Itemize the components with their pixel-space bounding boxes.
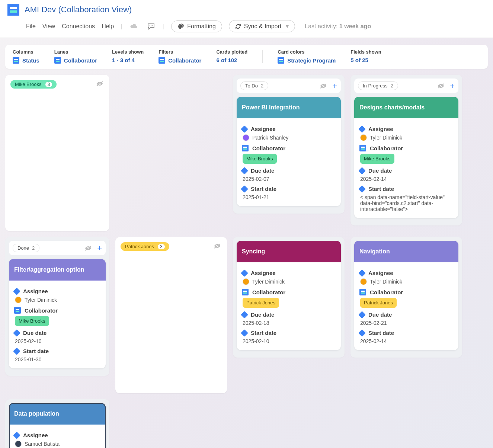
lane-count: 3 — [158, 244, 165, 249]
lane-count: 3 — [45, 82, 52, 87]
hide-icon[interactable] — [214, 243, 221, 249]
field-assignee-value: Tyler Diminick — [252, 279, 285, 285]
collaborator-icon — [14, 307, 21, 314]
column-done-header: Done 2 + — [9, 241, 106, 255]
field-due-label: Due date — [368, 167, 392, 174]
hide-icon[interactable] — [96, 81, 103, 87]
diamond-icon — [13, 432, 20, 439]
field-start-value: 2025-02-14 — [360, 338, 387, 344]
collaborator-icon — [54, 57, 61, 64]
card-power-bi-integration[interactable]: Power BI Integration Assignee Patrick Sh… — [237, 97, 341, 206]
refresh-icon — [235, 23, 241, 29]
config-bar: Columns Status Lanes Collaborator Levels… — [5, 45, 488, 69]
field-due-value: 2025-02-07 — [243, 176, 269, 182]
field-due-value: 2025-02-14 — [360, 176, 387, 182]
collaborator-chip: Mike Brooks — [360, 154, 394, 164]
lane-patrick-jones: Patrick Jones 3 — [115, 237, 227, 393]
hide-icon[interactable] — [320, 83, 327, 89]
field-collaborator-label: Collaborator — [252, 145, 285, 151]
diamond-icon — [358, 311, 366, 319]
card-title: Navigation — [354, 241, 458, 262]
card-title: Power BI Integration — [237, 97, 341, 118]
cfg-columns[interactable]: Columns Status — [13, 49, 39, 64]
diamond-icon — [358, 269, 366, 277]
field-assignee-value: Tyler Diminick — [25, 297, 57, 303]
card-title: Syncing — [237, 241, 341, 262]
cfg-filters[interactable]: Filters Collaborator — [159, 49, 201, 64]
column-todo-chip[interactable]: To Do 2 — [240, 81, 268, 90]
menu-view[interactable]: View — [42, 23, 55, 30]
lane-name: Mike Brooks — [15, 81, 42, 87]
cfg-filters-value: Collaborator — [168, 57, 201, 64]
lane-mike-brooks: Mike Brooks 3 — [5, 75, 109, 231]
card-designs-charts-modals[interactable]: Designs charts/modals AssigneeTyler Dimi… — [354, 97, 458, 218]
menu-connections[interactable]: Connections — [62, 23, 95, 30]
card-data-population[interactable]: Data population AssigneeSamuel Batista C… — [9, 403, 106, 448]
field-start-label: Start date — [368, 330, 394, 336]
field-start-label: Start date — [23, 348, 49, 354]
hide-icon[interactable] — [437, 83, 445, 89]
avatar — [360, 278, 367, 285]
field-start-label: Start date — [251, 186, 276, 192]
add-card-button[interactable]: + — [332, 82, 337, 90]
field-due-value: 2025-02-10 — [15, 338, 42, 344]
diamond-icon — [241, 167, 248, 175]
column-inprogress-label: In Progress — [363, 83, 387, 89]
lane-name: Patrick Jones — [125, 244, 154, 249]
card-title: Data population — [9, 403, 106, 425]
comments-icon[interactable] — [146, 21, 156, 32]
divider — [262, 50, 263, 63]
field-due-value: 2025-02-21 — [360, 320, 387, 326]
column-inprogress-row2: Navigation AssigneeTyler Diminick Collab… — [350, 237, 462, 358]
add-card-button[interactable]: + — [97, 244, 102, 252]
cloud-icon[interactable] — [129, 21, 139, 32]
column-done-chip[interactable]: Done 2 — [13, 244, 39, 252]
status-icon — [13, 57, 19, 64]
sync-import-button[interactable]: Sync & Import ▾ — [229, 20, 295, 32]
sync-import-label: Sync & Import — [244, 23, 281, 30]
field-assignee-value: Tyler Diminick — [370, 279, 402, 285]
column-done-label: Done — [17, 245, 29, 251]
diamond-icon — [358, 125, 366, 133]
field-due-label: Due date — [368, 311, 392, 318]
cfg-fields[interactable]: Fields shown 5 of 25 — [350, 49, 381, 63]
field-due-value: 2025-02-18 — [243, 320, 269, 326]
avatar — [360, 134, 367, 141]
chevron-down-icon: ▾ — [286, 23, 289, 30]
svg-point-0 — [150, 25, 150, 26]
add-card-button[interactable]: + — [450, 82, 455, 90]
lane-badge-patrick[interactable]: Patrick Jones 3 — [121, 242, 169, 251]
menu-help[interactable]: Help — [102, 23, 114, 30]
avatar — [15, 297, 22, 303]
cfg-colors-value: Strategic Program — [287, 57, 336, 64]
card-syncing[interactable]: Syncing AssigneeTyler Diminick Collabora… — [237, 241, 341, 350]
diamond-icon — [13, 348, 20, 355]
cfg-cards[interactable]: Cards plotted 6 of 102 — [216, 49, 247, 63]
cfg-lanes[interactable]: Lanes Collaborator — [54, 49, 97, 64]
column-inprogress-chip[interactable]: In Progress 2 — [358, 81, 398, 90]
formatting-button[interactable]: Formatting — [171, 20, 222, 32]
last-activity-label: Last activity: — [305, 23, 337, 29]
column-inprogress-count: 2 — [390, 83, 393, 89]
cfg-colors[interactable]: Card colors Strategic Program — [278, 49, 336, 64]
diamond-icon — [358, 329, 366, 337]
field-assignee-value: Patrick Shanley — [252, 135, 288, 141]
column-todo-row2: Syncing AssigneeTyler Diminick Collabora… — [233, 237, 345, 358]
cfg-fields-value: 5 of 25 — [350, 57, 368, 63]
column-done-count: 2 — [32, 245, 35, 251]
menu-file[interactable]: File — [26, 23, 36, 30]
cfg-lanes-value: Collaborator — [64, 57, 97, 64]
column-inprogress-header: In Progress 2 + — [354, 79, 458, 93]
cfg-levels[interactable]: Levels shown 1 - 3 of 4 — [112, 49, 144, 63]
field-start-label: Start date — [368, 186, 394, 192]
hide-icon[interactable] — [84, 245, 92, 251]
field-start-label: Start date — [251, 330, 276, 336]
field-start-value: 2025-01-21 — [243, 194, 269, 200]
card-title: Designs charts/modals — [354, 97, 458, 118]
lane-badge-mike[interactable]: Mike Brooks 3 — [10, 80, 57, 89]
diamond-icon — [241, 185, 248, 193]
card-navigation[interactable]: Navigation AssigneeTyler Diminick Collab… — [354, 241, 458, 350]
app-icon — [7, 4, 19, 16]
card-filter-aggregation-option[interactable]: Filter/aggregation option AssigneeTyler … — [9, 259, 106, 368]
diamond-icon — [241, 311, 248, 319]
